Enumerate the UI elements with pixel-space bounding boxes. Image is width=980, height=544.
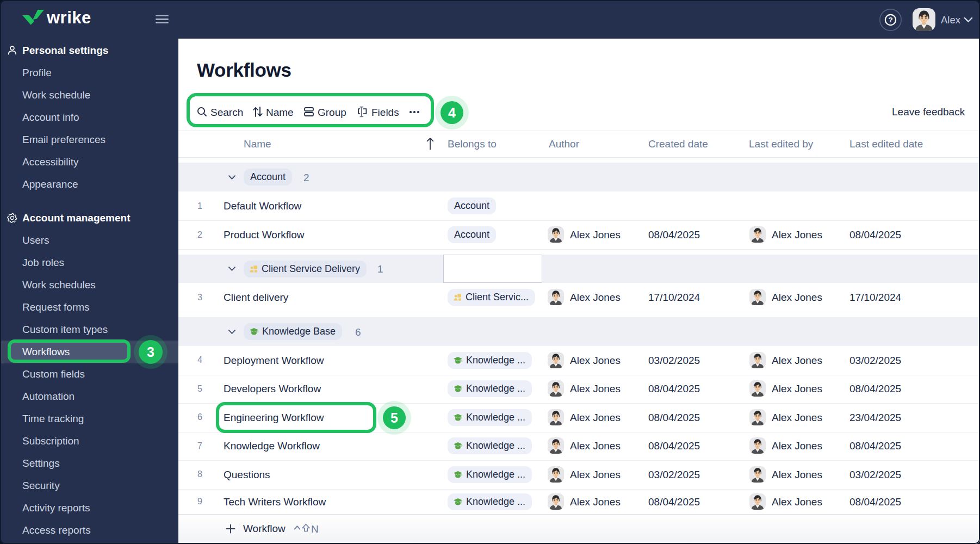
svg-text:?: ? (888, 16, 892, 24)
